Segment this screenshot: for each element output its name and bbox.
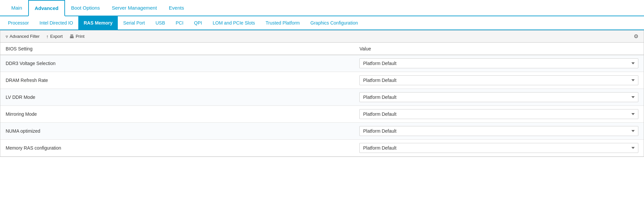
table-row: Mirroring ModePlatform DefaultEnabledDis… [0, 106, 644, 123]
table-row: LV DDR ModePlatform DefaultEnabledDisabl… [0, 89, 644, 106]
value-cell: Platform DefaultEnabledDisabled [354, 106, 644, 123]
sub-nav-item-serial-port[interactable]: Serial Port [118, 16, 150, 30]
top-nav-item-server-management[interactable]: Server Management [106, 0, 163, 15]
value-column-header: Value [354, 43, 644, 55]
table-row: DRAM Refresh RatePlatform DefaultEnabled… [0, 72, 644, 89]
top-nav-item-advanced[interactable]: Advanced [28, 0, 65, 16]
print-icon: 🖶 [69, 34, 74, 39]
advanced-filter-label: Advanced Filter [10, 34, 39, 39]
value-select-2[interactable]: Platform DefaultEnabledDisabled [359, 92, 638, 102]
value-select-3[interactable]: Platform DefaultEnabledDisabled [359, 109, 638, 119]
sub-navigation: ProcessorIntel Directed IORAS MemorySeri… [0, 16, 644, 30]
top-nav-item-events[interactable]: Events [163, 0, 190, 15]
top-navigation: MainAdvancedBoot OptionsServer Managemen… [0, 0, 644, 16]
value-select-0[interactable]: Platform DefaultEnabledDisabled [359, 58, 638, 68]
toolbar: ▿ Advanced Filter ↑ Export 🖶 Print ⚙ [0, 31, 644, 42]
export-label: Export [50, 34, 63, 39]
bios-settings-table: BIOS Setting Value DDR3 Voltage Selectio… [0, 42, 644, 157]
filter-icon: ▿ [6, 34, 8, 39]
setting-cell: Memory RAS configuration [0, 140, 354, 157]
value-select-4[interactable]: Platform DefaultEnabledDisabled [359, 126, 638, 136]
table-row: Memory RAS configurationPlatform Default… [0, 140, 644, 157]
sub-nav-item-ras-memory[interactable]: RAS Memory [78, 16, 118, 30]
value-cell: Platform DefaultEnabledDisabled [354, 72, 644, 89]
value-select-5[interactable]: Platform DefaultEnabledDisabled [359, 143, 638, 153]
value-select-1[interactable]: Platform DefaultEnabledDisabled [359, 75, 638, 85]
top-nav-item-boot-options[interactable]: Boot Options [65, 0, 106, 15]
settings-icon[interactable]: ⚙ [634, 33, 638, 39]
value-cell: Platform DefaultEnabledDisabled [354, 55, 644, 72]
table-header: BIOS Setting Value [0, 43, 644, 55]
value-cell: Platform DefaultEnabledDisabled [354, 123, 644, 140]
sub-nav-item-graphics-configuration[interactable]: Graphics Configuration [305, 16, 363, 30]
export-icon: ↑ [46, 34, 48, 39]
setting-cell: LV DDR Mode [0, 89, 354, 106]
setting-cell: DDR3 Voltage Selection [0, 55, 354, 72]
toolbar-left: ▿ Advanced Filter ↑ Export 🖶 Print [6, 34, 85, 39]
sub-nav-item-intel-directed-io[interactable]: Intel Directed IO [34, 16, 78, 30]
sub-nav-item-processor[interactable]: Processor [3, 16, 34, 30]
sub-nav-item-pci[interactable]: PCI [170, 16, 188, 30]
setting-cell: DRAM Refresh Rate [0, 72, 354, 89]
setting-cell: NUMA optimized [0, 123, 354, 140]
print-label: Print [76, 34, 85, 39]
sub-nav-item-lom-pcie[interactable]: LOM and PCIe Slots [207, 16, 260, 30]
table-row: DDR3 Voltage SelectionPlatform DefaultEn… [0, 55, 644, 72]
table-body: DDR3 Voltage SelectionPlatform DefaultEn… [0, 55, 644, 157]
setting-column-header: BIOS Setting [0, 43, 354, 55]
sub-nav-item-usb[interactable]: USB [150, 16, 171, 30]
content-wrapper: ▿ Advanced Filter ↑ Export 🖶 Print ⚙ BIO… [0, 30, 644, 157]
sub-nav-item-trusted-platform[interactable]: Trusted Platform [260, 16, 305, 30]
export-button[interactable]: ↑ Export [46, 34, 63, 39]
top-nav-item-main[interactable]: Main [5, 0, 28, 15]
print-button[interactable]: 🖶 Print [69, 34, 85, 39]
table-row: NUMA optimizedPlatform DefaultEnabledDis… [0, 123, 644, 140]
advanced-filter-button[interactable]: ▿ Advanced Filter [6, 34, 39, 39]
value-cell: Platform DefaultEnabledDisabled [354, 140, 644, 157]
value-cell: Platform DefaultEnabledDisabled [354, 89, 644, 106]
sub-nav-item-qpi[interactable]: QPI [189, 16, 207, 30]
setting-cell: Mirroring Mode [0, 106, 354, 123]
